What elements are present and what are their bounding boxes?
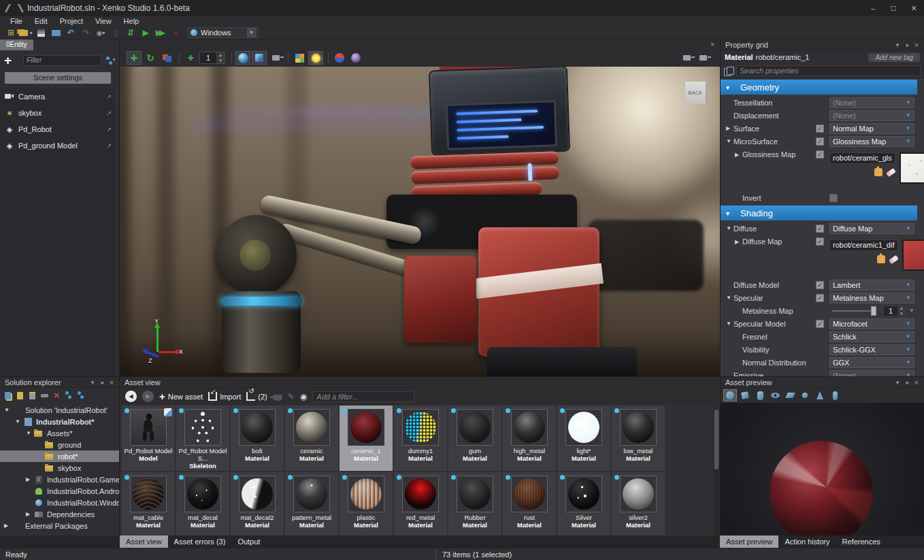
world-space-icon[interactable] [235, 51, 250, 65]
value-checkbox[interactable] [829, 194, 838, 202]
goto-entity-icon[interactable] [106, 126, 112, 133]
tree-item[interactable]: IndustrialRobot* [0, 416, 119, 427]
wireframe-globe-icon[interactable] [348, 51, 363, 65]
property-dropdown[interactable]: Glossiness Map [829, 136, 914, 147]
number-spinner[interactable]: 1 ▲▼ [883, 306, 906, 316]
pin-icon[interactable] [902, 42, 912, 48]
lighting-icon[interactable] [308, 51, 323, 65]
asset-tile[interactable]: bolt Material [231, 406, 284, 471]
asset-tile[interactable]: high_metal Material [503, 406, 556, 471]
panel-menu-icon[interactable] [88, 379, 97, 386]
texture-thumbnail[interactable] [900, 152, 924, 184]
edit-pencil-icon[interactable] [288, 392, 295, 401]
bottom-tab[interactable]: Output [231, 536, 266, 548]
picker-hand-icon[interactable] [877, 255, 885, 263]
tree-expander-icon[interactable] [26, 511, 34, 517]
slider-thumb[interactable] [871, 306, 876, 316]
property-dropdown[interactable]: Metalness Map [829, 293, 914, 303]
local-space-icon[interactable] [252, 51, 267, 65]
spin-up-icon[interactable]: ▲ [216, 52, 225, 58]
pin-icon[interactable] [97, 379, 107, 386]
tree-item[interactable]: Assets* [0, 427, 119, 439]
viewport-3d[interactable]: BACK Y X Z [120, 67, 720, 376]
bottom-tab[interactable]: Action history [778, 536, 836, 548]
asset-tile[interactable]: dummy1 Material [394, 406, 447, 471]
tree-item[interactable]: IndustrialRobot.Game [0, 474, 119, 485]
expander-icon[interactable] [726, 295, 733, 301]
close-panel-icon[interactable] [912, 41, 921, 49]
minimize-button[interactable] [863, 0, 883, 16]
goto-entity-icon[interactable] [106, 142, 112, 149]
preview-small-sphere-icon[interactable] [798, 389, 812, 401]
redo-icon[interactable] [79, 27, 93, 39]
snap-icon[interactable] [183, 51, 198, 65]
tree-item[interactable]: Solution 'IndustrialRobot' [0, 404, 119, 416]
references-button[interactable]: (2) [246, 392, 267, 401]
view-options-eye-icon[interactable] [300, 392, 307, 401]
bottom-tab[interactable]: Asset view [120, 536, 168, 548]
edit-icon[interactable] [39, 391, 50, 401]
maximize-button[interactable] [883, 0, 904, 16]
property-dropdown[interactable]: (None) [829, 370, 914, 377]
translate-tool-icon[interactable] [127, 51, 142, 65]
close-panel-icon[interactable] [107, 378, 116, 386]
preview-cone-icon[interactable] [813, 389, 827, 401]
menu-item[interactable]: File [4, 16, 29, 27]
slider-track[interactable] [832, 310, 876, 312]
property-checkbox[interactable] [816, 281, 824, 289]
tree-expander-icon[interactable] [4, 407, 12, 413]
entity-options-icon[interactable] [105, 56, 115, 65]
asset-tile[interactable]: ceramic_1 Material [340, 406, 393, 471]
tree-expander-icon[interactable] [4, 523, 12, 529]
property-checkbox[interactable] [816, 225, 824, 233]
expander-icon[interactable] [726, 210, 733, 217]
rotate-tool-icon[interactable] [143, 51, 158, 65]
property-checkbox[interactable] [816, 125, 824, 133]
goto-entity-icon[interactable] [106, 110, 112, 116]
start-all-icon[interactable] [154, 27, 167, 39]
record-icon[interactable] [169, 27, 182, 39]
goto-entity-icon[interactable] [106, 93, 112, 100]
teapot-icon[interactable] [273, 395, 282, 401]
undo-icon[interactable] [64, 27, 78, 39]
property-dropdown[interactable]: Lambert [829, 280, 914, 291]
tree-item[interactable]: robot* [0, 450, 119, 462]
asset-tile[interactable]: silver2 Material [612, 472, 665, 536]
expander-icon[interactable] [726, 138, 733, 144]
menu-item[interactable]: Edit [29, 16, 54, 27]
new-project-icon[interactable] [4, 27, 18, 39]
property-dropdown[interactable]: Normal Map [829, 123, 914, 134]
asset-tile[interactable]: ceramic Material [285, 406, 338, 471]
expander-icon[interactable] [735, 152, 742, 158]
entity-scrollbar[interactable] [115, 88, 119, 376]
property-dropdown[interactable]: Diffuse Map [829, 223, 914, 234]
asset-tile[interactable]: low_metal Material [612, 406, 665, 471]
preview-plane-icon[interactable] [783, 389, 797, 401]
preview-capsule-icon[interactable] [828, 389, 842, 401]
asset-tile[interactable]: light* Material [557, 406, 610, 471]
asset-tile[interactable]: Pd_Robot Model Model [122, 406, 175, 471]
asset-tile[interactable]: red_metal Material [394, 472, 447, 536]
orientation-cube[interactable]: BACK [685, 82, 708, 104]
scale-tool-icon[interactable] [159, 51, 174, 65]
asset-tile[interactable]: plastic Material [340, 472, 393, 536]
material-preview-icon[interactable] [332, 51, 347, 65]
property-dropdown[interactable]: Schlick-GGX [829, 344, 914, 355]
asset-tile[interactable]: mat_decal Material [176, 472, 229, 536]
close-button[interactable] [904, 0, 924, 16]
texture-name-input[interactable]: robot/ceramic1_dif [829, 240, 898, 251]
forward-button[interactable]: ▶ [142, 391, 154, 402]
property-dropdown[interactable]: GGX [829, 357, 914, 368]
scene-settings-button[interactable]: Scene settings [5, 72, 111, 84]
search-properties-input[interactable]: Search properties [736, 65, 921, 76]
tree-item[interactable]: IndustrialRobot.Android [0, 485, 119, 497]
close-scene-icon[interactable] [708, 40, 717, 48]
entity-tab[interactable]: 0Entity [0, 39, 33, 50]
property-dropdown[interactable]: (None) [829, 97, 914, 108]
asset-filter-input[interactable]: Add a filter... [312, 391, 414, 402]
property-checkbox[interactable] [816, 150, 824, 159]
tree-item[interactable]: External Packages [0, 520, 119, 531]
spin-down-icon[interactable]: ▼ [216, 58, 225, 63]
tree-expander-icon[interactable] [26, 476, 34, 482]
expander-icon[interactable] [726, 84, 733, 91]
